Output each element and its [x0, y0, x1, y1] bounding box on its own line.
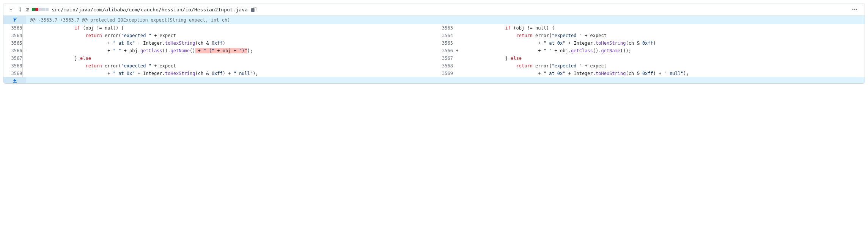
line-number-new[interactable]: 3567 — [434, 55, 453, 62]
diff-row-change: 3566 - + " " + obj.getClass().getName() … — [3, 47, 865, 55]
code-cell: + " at 0x" + Integer.toHexString(ch & 0x… — [461, 39, 865, 47]
hunk-info: @@ -3563,7 +3563,7 @@ protected IOExcept… — [26, 16, 865, 24]
diff-row-context: 3569 + " at 0x" + Integer.toHexString(ch… — [3, 70, 865, 77]
deletion-marker: - — [22, 47, 31, 55]
code-cell: return error("expected " + expect — [461, 62, 865, 70]
code-cell: + " at 0x" + Integer.toHexString(ch & 0x… — [31, 39, 434, 47]
diff-file-header: 2 src/main/java/com/alibaba/com/caucho/h… — [3, 3, 865, 16]
copy-path-icon[interactable] — [251, 6, 257, 12]
collapse-chevron-icon[interactable] — [8, 6, 14, 12]
hunk-footer — [3, 77, 865, 83]
code-cell: + " at 0x" + Integer.toHexString(ch & 0x… — [31, 70, 434, 77]
code-cell: if (obj != null) { — [461, 24, 865, 32]
diff-row-context: 3563 if (obj != null) { 3563 if (obj != … — [3, 24, 865, 32]
code-cell: return error("expected " + expect — [461, 32, 865, 39]
diff-row-context: 3564 return error("expected " + expect 3… — [3, 32, 865, 39]
line-number-new[interactable]: 3565 — [434, 39, 453, 47]
diff-row-context: 3568 return error("expected " + expect 3… — [3, 62, 865, 70]
addition-marker: + — [453, 47, 461, 55]
diff-table: 3563 if (obj != null) { 3563 if (obj != … — [3, 24, 865, 77]
line-number-old[interactable]: 3568 — [3, 62, 22, 70]
stat-square-neutral — [39, 8, 42, 11]
line-number-new[interactable]: 3568 — [434, 62, 453, 70]
code-cell: if (obj != null) { — [31, 24, 434, 32]
change-count: 2 — [26, 7, 29, 12]
file-path[interactable]: src/main/java/com/alibaba/com/caucho/hes… — [52, 7, 248, 12]
diff-file-container: 2 src/main/java/com/alibaba/com/caucho/h… — [3, 3, 865, 84]
expand-down-button[interactable] — [3, 77, 26, 83]
line-number-new[interactable]: 3564 — [434, 32, 453, 39]
line-number-old[interactable]: 3563 — [3, 24, 22, 32]
line-number-old[interactable]: 3566 — [3, 47, 22, 55]
stat-square-added — [32, 8, 35, 11]
code-cell: } else — [31, 55, 434, 62]
svg-point-1 — [854, 9, 855, 10]
expand-all-icon[interactable] — [17, 6, 23, 12]
code-cell: } else — [461, 55, 865, 62]
expand-up-button[interactable] — [3, 16, 26, 24]
diff-row-context: 3565 + " at 0x" + Integer.toHexString(ch… — [3, 39, 865, 47]
line-number-new[interactable]: 3569 — [434, 70, 453, 77]
line-number-new[interactable]: 3566 — [434, 47, 453, 55]
code-cell-added: + " " + obj.getClass().getName()); — [461, 47, 865, 55]
line-number-old[interactable]: 3567 — [3, 55, 22, 62]
svg-rect-4 — [13, 82, 17, 83]
stat-square-neutral — [46, 8, 49, 11]
stat-square-neutral — [42, 8, 45, 11]
file-menu-kebab-icon[interactable] — [849, 6, 860, 12]
line-number-old[interactable]: 3564 — [3, 32, 22, 39]
svg-point-2 — [856, 9, 857, 10]
diff-stat-squares — [32, 8, 49, 11]
line-number-new[interactable]: 3563 — [434, 24, 453, 32]
line-number-old[interactable]: 3569 — [3, 70, 22, 77]
code-cell-deleted: + " " + obj.getClass().getName() + " (" … — [31, 47, 434, 55]
line-number-old[interactable]: 3565 — [3, 39, 22, 47]
code-cell: return error("expected " + expect — [31, 32, 434, 39]
svg-point-0 — [852, 9, 854, 10]
svg-rect-3 — [13, 18, 17, 19]
hunk-header: @@ -3563,7 +3563,7 @@ protected IOExcept… — [3, 16, 865, 24]
code-cell: return error("expected " + expect — [31, 62, 434, 70]
stat-square-removed — [35, 8, 38, 11]
diff-row-context: 3567 } else 3567 } else — [3, 55, 865, 62]
code-cell: + " at 0x" + Integer.toHexString(ch & 0x… — [461, 70, 865, 77]
